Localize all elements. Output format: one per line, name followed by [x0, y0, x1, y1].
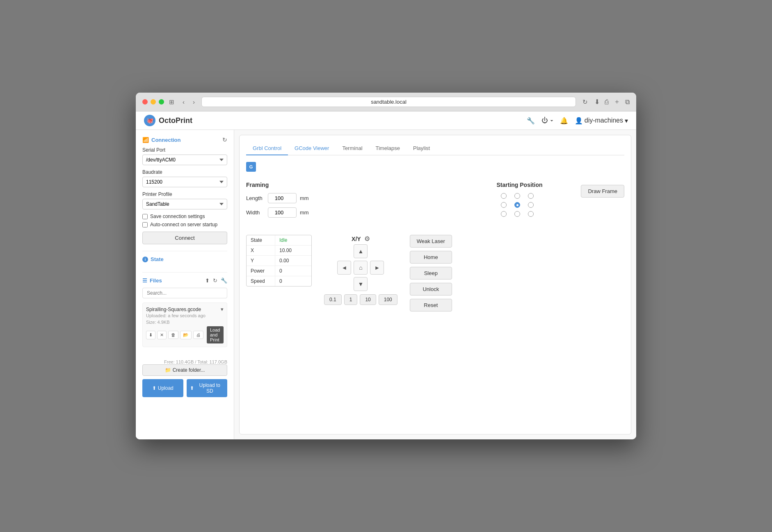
radio-mr[interactable]	[528, 202, 534, 208]
minimize-button[interactable]	[151, 99, 156, 105]
files-search-input[interactable]	[142, 288, 227, 298]
radio-tc[interactable]	[514, 193, 520, 199]
radio-br[interactable]	[528, 211, 534, 217]
main-layout: 📶 Connection ↻ Serial Port /dev/ttyACM0 …	[136, 130, 636, 439]
draw-frame-button[interactable]: Draw Frame	[581, 185, 624, 198]
create-folder-button[interactable]: 📁 Create folder...	[142, 364, 227, 376]
move-up-button[interactable]: ▲	[354, 244, 368, 258]
serial-port-field: Serial Port /dev/ttyACM0	[142, 147, 227, 165]
back-button[interactable]: ‹	[181, 98, 186, 106]
download-icon[interactable]: ⬇	[594, 98, 600, 106]
save-connection-checkbox[interactable]	[142, 214, 148, 219]
width-input[interactable]	[268, 207, 297, 218]
tab-terminal[interactable]: Terminal	[336, 142, 369, 155]
file-load-button[interactable]: 📂	[180, 331, 192, 339]
radio-grid	[501, 193, 538, 217]
connect-button[interactable]: Connect	[142, 232, 227, 244]
y-value-cell: 0.00	[275, 256, 304, 266]
file-expand-icon[interactable]: ▾	[221, 306, 224, 312]
radio-tr[interactable]	[528, 193, 534, 199]
speed-label-cell: Speed	[247, 276, 275, 286]
step-size-buttons: 0.1 1 10 100	[324, 294, 397, 305]
reset-button[interactable]: Reset	[410, 299, 452, 311]
step-100-button[interactable]: 100	[379, 294, 397, 305]
power-value-cell: 0	[275, 266, 304, 276]
power-row: Power 0	[247, 266, 311, 276]
radio-bc[interactable]	[514, 211, 520, 217]
length-input[interactable]	[268, 193, 297, 203]
file-download-button[interactable]: ⬇	[146, 331, 155, 339]
step-10-button[interactable]: 10	[360, 294, 376, 305]
files-actions: ⬆ ↻ 🔧	[205, 277, 227, 284]
framing-title: Framing	[246, 182, 466, 188]
move-left-button[interactable]: ◄	[337, 261, 351, 275]
home-button[interactable]: Home	[410, 251, 452, 264]
wrench-files-icon[interactable]: 🔧	[221, 277, 227, 284]
address-bar[interactable]	[201, 97, 576, 107]
close-button[interactable]	[142, 99, 148, 105]
step-1-button[interactable]: 1	[344, 294, 358, 305]
home-position-button[interactable]: ⌂	[354, 261, 368, 275]
power-icon[interactable]: ⏻ ▾	[541, 117, 553, 124]
bell-icon[interactable]: 🔔	[560, 117, 568, 125]
tab-timelapse[interactable]: Timelapse	[369, 142, 407, 155]
refresh-files-icon[interactable]: ↻	[213, 277, 217, 284]
app-title: OctoPrint	[159, 116, 192, 125]
info-icon: i	[142, 257, 148, 262]
sleep-button[interactable]: Sleep	[410, 267, 452, 280]
share-icon[interactable]: ⎙	[605, 98, 609, 106]
printer-profile-field: Printer Profile SandTable	[142, 191, 227, 209]
file-cancel-button[interactable]: ✕	[157, 331, 167, 339]
printer-profile-select[interactable]: SandTable	[142, 199, 227, 209]
tabs-icon[interactable]: ⧉	[625, 98, 630, 106]
connection-title: 📶 Connection	[142, 137, 181, 143]
printer-profile-label: Printer Profile	[142, 191, 227, 197]
auto-connect-checkbox[interactable]	[142, 222, 148, 227]
upload-section: ⬆ Upload ⬆ Upload to SD	[142, 379, 227, 397]
state-value-cell: Idle	[275, 235, 304, 245]
save-connection-checkbox-label[interactable]: Save connection settings	[142, 214, 227, 219]
unlock-button[interactable]: Unlock	[410, 283, 452, 296]
radio-tl[interactable]	[501, 193, 507, 199]
upload-sd-button[interactable]: ⬆ Upload to SD	[187, 379, 228, 397]
radio-bl[interactable]	[501, 211, 507, 217]
upload-sd-icon: ⬆	[190, 385, 194, 391]
weak-laser-button[interactable]: Weak Laser	[410, 235, 452, 248]
length-unit: mm	[300, 195, 309, 201]
file-delete-button[interactable]: 🗑	[168, 331, 178, 339]
wrench-icon[interactable]: 🔧	[527, 117, 535, 125]
sidebar: 📶 Connection ↻ Serial Port /dev/ttyACM0 …	[136, 130, 234, 439]
upload-files-icon[interactable]: ⬆	[205, 277, 210, 284]
radio-mc[interactable]	[514, 202, 520, 208]
upload-button[interactable]: ⬆ Upload	[142, 379, 183, 397]
forward-button[interactable]: ›	[191, 98, 196, 106]
files-title: ☰ Files	[142, 277, 162, 284]
tab-grbl-control[interactable]: Grbl Control	[246, 142, 288, 155]
username: diy-machines	[585, 117, 623, 124]
traffic-lights	[142, 99, 164, 105]
serial-port-select[interactable]: /dev/ttyACM0	[142, 155, 227, 165]
step-01-button[interactable]: 0.1	[324, 294, 342, 305]
xy-settings-icon[interactable]: ⚙	[364, 235, 370, 243]
connection-refresh-icon[interactable]: ↻	[222, 136, 227, 143]
tab-playlist[interactable]: Playlist	[407, 142, 436, 155]
auto-connect-checkbox-label[interactable]: Auto-connect on server startup	[142, 222, 227, 227]
signal-icon: 📶	[142, 137, 149, 143]
reload-button[interactable]: ↻	[581, 98, 589, 107]
new-tab-icon[interactable]: ＋	[614, 98, 620, 106]
radio-ml[interactable]	[501, 202, 507, 208]
move-right-button[interactable]: ►	[370, 261, 384, 275]
baudrate-select[interactable]: 115200	[142, 177, 227, 187]
maximize-button[interactable]	[159, 99, 164, 105]
user-menu[interactable]: 👤 diy-machines ▾	[575, 117, 628, 125]
move-down-button[interactable]: ▼	[354, 277, 368, 291]
app-logo: 🐙 OctoPrint	[144, 115, 192, 126]
sidebar-toggle-icon[interactable]: ⊞	[169, 98, 174, 106]
tab-gcode-viewer[interactable]: GCode Viewer	[288, 142, 336, 155]
file-size: Size: 4.9KB	[146, 320, 224, 325]
file-print-button[interactable]: 🖨	[193, 331, 203, 339]
x-row: X 10.00	[247, 246, 311, 256]
xy-controls: ▲ ◄ ⌂ ► ▼	[337, 244, 384, 291]
xy-down-row: ▼	[354, 277, 368, 291]
x-label-cell: X	[247, 246, 275, 255]
